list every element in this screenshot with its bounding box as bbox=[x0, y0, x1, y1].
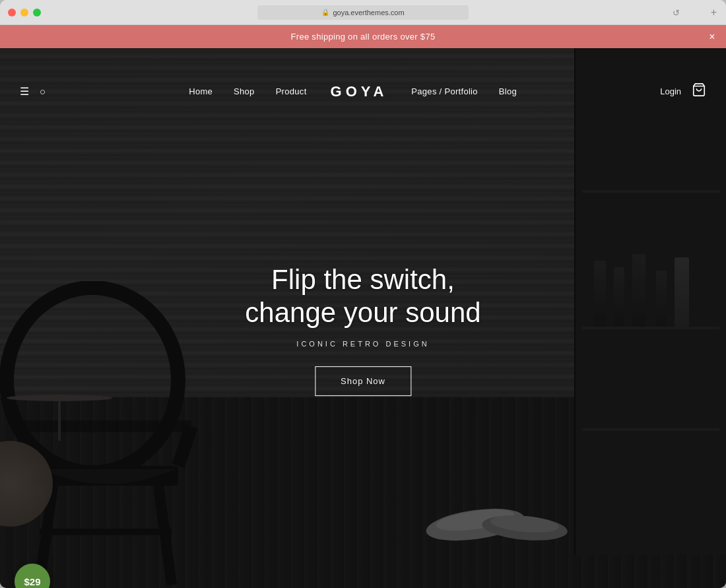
close-dot[interactable] bbox=[8, 9, 16, 16]
new-tab-button[interactable]: + bbox=[711, 7, 717, 18]
hero-subheadline: ICONIC RETRO DESIGN bbox=[245, 340, 480, 348]
lock-icon: 🔒 bbox=[321, 9, 329, 16]
nav-product[interactable]: Product bbox=[265, 86, 317, 96]
search-icon[interactable]: ○ bbox=[40, 86, 46, 97]
login-link[interactable]: Login bbox=[660, 86, 681, 96]
refresh-button[interactable]: ↺ bbox=[673, 7, 680, 17]
nav-shop[interactable]: Shop bbox=[223, 86, 265, 96]
minimize-dot[interactable] bbox=[20, 9, 28, 16]
browser-window: 🔒 goya.everthemes.com ↺ + Free shipping … bbox=[0, 0, 726, 588]
nav-home[interactable]: Home bbox=[178, 86, 223, 96]
hero-headline: Flip the switch, change your sound bbox=[245, 263, 480, 330]
cart-icon[interactable] bbox=[692, 82, 706, 100]
hero-headline-line2: change your sound bbox=[245, 297, 480, 328]
brand-logo[interactable]: GOYA bbox=[317, 83, 401, 100]
hero-headline-line1: Flip the switch, bbox=[271, 264, 455, 295]
price-amount: $29 bbox=[24, 576, 40, 587]
side-table bbox=[7, 395, 112, 527]
nav-pages-portfolio[interactable]: Pages / Portfolio bbox=[401, 86, 488, 96]
maximize-dot[interactable] bbox=[33, 9, 41, 16]
url-text: goya.everthemes.com bbox=[333, 9, 404, 16]
hero-content: Flip the switch, change your sound ICONI… bbox=[245, 263, 480, 397]
announcement-close-button[interactable]: × bbox=[709, 31, 715, 43]
window-controls bbox=[8, 9, 41, 16]
shop-now-button[interactable]: Shop Now bbox=[315, 366, 411, 396]
navbar-center: Home Shop Product GOYA Pages / Portfolio… bbox=[178, 83, 527, 100]
hamburger-icon[interactable]: ☰ bbox=[20, 85, 29, 98]
address-bar[interactable]: 🔒 goya.everthemes.com bbox=[257, 5, 469, 20]
announcement-bar: Free shipping on all orders over $75 × bbox=[0, 25, 726, 48]
website-content: Free shipping on all orders over $75 × bbox=[0, 25, 726, 588]
navbar-left: ☰ ○ bbox=[20, 85, 46, 98]
browser-titlebar: 🔒 goya.everthemes.com ↺ + bbox=[0, 0, 726, 25]
announcement-text: Free shipping on all orders over $75 bbox=[291, 32, 436, 42]
navbar: ☰ ○ Home Shop Product GOYA Pages / Portf… bbox=[0, 72, 726, 111]
nav-blog[interactable]: Blog bbox=[488, 86, 527, 96]
hero-section: ☰ ○ Home Shop Product GOYA Pages / Portf… bbox=[0, 48, 726, 588]
slippers bbox=[422, 495, 568, 544]
navbar-right: Login bbox=[660, 82, 706, 100]
